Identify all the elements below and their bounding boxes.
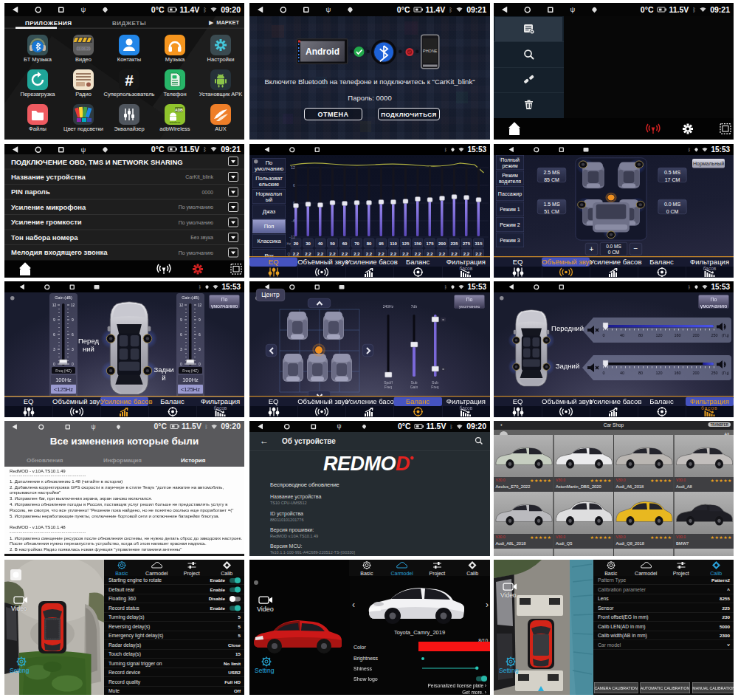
svg-text:6: 6 <box>199 332 201 337</box>
svg-text:03.06.29: 03.06.29 <box>76 47 91 51</box>
svg-text:100Hz: 100Hz <box>55 377 72 383</box>
svg-text:0: 0 <box>72 362 74 366</box>
svg-text:2.2: 2.2 <box>354 252 360 256</box>
svg-text:9: 9 <box>53 318 55 322</box>
svg-text:20: 20 <box>294 241 299 246</box>
svg-text:2.2: 2.2 <box>439 252 446 256</box>
svg-text:175: 175 <box>426 241 434 246</box>
svg-text:9: 9 <box>180 318 182 322</box>
svg-text:200: 200 <box>692 333 699 337</box>
svg-text:95: 95 <box>379 241 384 246</box>
svg-text:БТ Музыка: БТ Музыка <box>24 56 52 63</box>
svg-text:Freq: Freq <box>384 385 393 389</box>
svg-text:160: 160 <box>674 333 680 337</box>
svg-text:12: 12 <box>179 303 184 307</box>
svg-text:40: 40 <box>620 371 624 375</box>
svg-text:Контакты: Контакты <box>117 56 141 63</box>
svg-text:Установщик APK: Установщик APK <box>199 91 243 97</box>
svg-text:Музыка: Музыка <box>165 56 185 63</box>
svg-text:80: 80 <box>638 333 643 337</box>
svg-text:200: 200 <box>438 241 446 246</box>
svg-text:40: 40 <box>620 333 624 337</box>
svg-text:80: 80 <box>367 241 372 246</box>
svg-text:0: 0 <box>199 362 201 366</box>
svg-text:70: 70 <box>354 241 359 246</box>
svg-text:3: 3 <box>72 347 74 351</box>
svg-text:0: 0 <box>602 371 604 375</box>
svg-text:120: 120 <box>655 333 662 337</box>
svg-text:Перезагрузка: Перезагрузка <box>21 91 56 97</box>
svg-text:#: # <box>125 72 134 89</box>
svg-text:235: 235 <box>450 241 458 246</box>
svg-text:150: 150 <box>414 241 422 246</box>
svg-text:50: 50 <box>330 241 335 246</box>
svg-text:2.2: 2.2 <box>366 252 373 256</box>
svg-text:2.2: 2.2 <box>342 252 348 256</box>
svg-text:0: 0 <box>180 362 182 366</box>
svg-text:ADB: ADB <box>175 108 183 112</box>
svg-text:6: 6 <box>53 332 55 337</box>
svg-text:40: 40 <box>318 241 323 246</box>
svg-text:Телефон: Телефон <box>163 91 186 97</box>
svg-text:Настройки: Настройки <box>207 56 235 63</box>
svg-text:240Hz: 240Hz <box>383 304 394 309</box>
svg-text:200: 200 <box>692 371 699 375</box>
svg-text:6: 6 <box>72 332 74 337</box>
svg-text:Q: Q <box>288 253 291 256</box>
svg-text:2.2: 2.2 <box>463 252 470 256</box>
svg-text:2.2: 2.2 <box>402 252 409 256</box>
svg-text:12: 12 <box>52 303 57 307</box>
svg-text:Freq (HZ): Freq (HZ) <box>182 368 199 373</box>
svg-text:100Hz: 100Hz <box>182 377 199 383</box>
svg-text:adbWireless: adbWireless <box>159 126 190 132</box>
svg-text:3: 3 <box>53 347 55 351</box>
svg-text:=: = <box>442 368 444 371</box>
svg-text:2.2: 2.2 <box>378 252 384 256</box>
svg-text:Freq (HZ): Freq (HZ) <box>55 368 72 373</box>
svg-text:2.2: 2.2 <box>305 252 311 256</box>
svg-text:2.2: 2.2 <box>317 252 324 256</box>
svg-text:6: 6 <box>180 332 182 337</box>
svg-text:Hz: Hz <box>287 242 292 246</box>
svg-text:60: 60 <box>342 241 348 246</box>
svg-text:120: 120 <box>655 371 662 375</box>
svg-text:Суперпользователь: Суперпользователь <box>104 91 155 97</box>
svg-text:(Гц): (Гц) <box>722 371 729 375</box>
svg-text:0: 0 <box>53 362 55 366</box>
svg-text:250: 250 <box>711 333 717 337</box>
svg-text:275: 275 <box>463 241 471 246</box>
svg-text:110: 110 <box>390 241 397 246</box>
svg-text:160: 160 <box>674 371 680 375</box>
svg-text:125: 125 <box>401 241 410 246</box>
svg-text:Видео: Видео <box>75 56 92 63</box>
svg-text:Gain (dB): Gain (dB) <box>182 295 199 300</box>
svg-text:wireless: wireless <box>170 120 180 124</box>
svg-text:(Гц): (Гц) <box>722 333 729 337</box>
svg-text:<125Hz: <125Hz <box>181 386 200 393</box>
svg-text:Цвет подсветки: Цвет подсветки <box>63 126 103 132</box>
svg-text:315: 315 <box>475 241 483 246</box>
svg-text:2.2: 2.2 <box>390 252 397 256</box>
svg-text:2.2: 2.2 <box>293 252 300 256</box>
svg-text:250: 250 <box>711 371 717 375</box>
svg-text:30: 30 <box>306 241 311 246</box>
svg-text:2.2: 2.2 <box>415 252 421 256</box>
svg-text:12: 12 <box>198 303 202 307</box>
svg-text:3: 3 <box>180 347 182 351</box>
svg-text:=: = <box>442 318 444 322</box>
svg-text:0: 0 <box>602 333 604 337</box>
svg-text:2.2: 2.2 <box>451 252 458 256</box>
svg-text:2.2: 2.2 <box>427 252 433 256</box>
svg-text:Радио: Радио <box>75 91 92 97</box>
svg-text:Freq: Freq <box>431 385 439 389</box>
svg-text:2.2: 2.2 <box>329 252 336 256</box>
svg-text:9: 9 <box>72 318 74 322</box>
svg-text:Эквалайзер: Эквалайзер <box>114 126 144 132</box>
svg-text:7db: 7db <box>411 304 418 309</box>
svg-text:80: 80 <box>638 371 643 375</box>
svg-text:AUX: AUX <box>215 126 226 132</box>
svg-text:<125Hz: <125Hz <box>54 386 73 393</box>
svg-text:9: 9 <box>199 318 201 322</box>
svg-text:12: 12 <box>71 303 75 307</box>
svg-text:Gain (dB): Gain (dB) <box>55 295 72 300</box>
